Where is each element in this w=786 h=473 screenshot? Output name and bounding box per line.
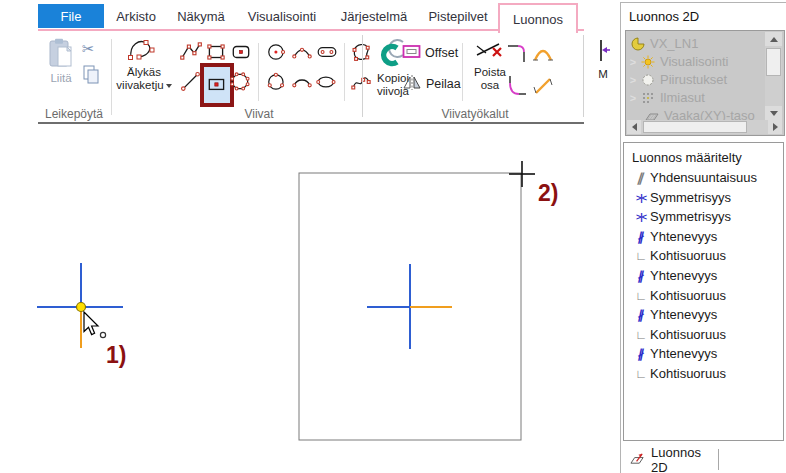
constraint-row[interactable]: >|< Symmetrisyys	[632, 188, 731, 207]
tree-item-visualization[interactable]: > Visualisointi	[626, 53, 762, 70]
trim-label-line1: Poista	[474, 66, 506, 79]
defined-header: Luonnos määritelty	[632, 150, 742, 165]
rectangle-center-tool-button-highlighted[interactable]	[200, 63, 234, 107]
expand-chevron-icon[interactable]: >	[626, 92, 640, 104]
mirror-label: Peilaa	[426, 77, 461, 91]
chamfer-arc-icon	[531, 39, 555, 65]
panel-title: Luonnos 2D	[629, 9, 699, 24]
parallel-icon: ∥	[632, 171, 650, 185]
expand-chevron-icon[interactable]: >	[626, 56, 640, 68]
fillet-tool-button[interactable]	[505, 39, 529, 69]
tab-jarjestelma[interactable]: Järjestelmä	[330, 4, 418, 28]
scroll-right-button[interactable]	[768, 120, 782, 134]
rectangle-center-icon	[206, 74, 228, 96]
constraint-row[interactable]: ∦ Yhtenevyys	[632, 344, 717, 363]
tree-item-part[interactable]: VX_LN1	[626, 35, 762, 52]
constraint-row[interactable]: ∦ Yhtenevyys	[632, 266, 717, 285]
coincident-icon: ∦	[632, 269, 650, 283]
paste-button[interactable]: Liitä	[42, 38, 80, 85]
tree-item-drawings[interactable]: > Piirustukset	[626, 71, 762, 88]
slot-tool-button[interactable]	[316, 41, 338, 67]
constraint-row[interactable]: ∦ Yhtenevyys	[632, 305, 717, 324]
constraint-row[interactable]: ∦ Yhtenevyys	[632, 227, 717, 246]
smart-line-chain-button[interactable]: Älykäs viivaketju	[116, 36, 172, 92]
symmetry-icon: >|<	[632, 193, 650, 203]
scroll-left-icon	[632, 123, 637, 131]
tree-vertical-scrollbar[interactable]	[765, 32, 782, 120]
sketch-panel: Luonnos 2D VX_LN1 > Visualisointi	[620, 2, 786, 473]
copy-button[interactable]	[82, 64, 100, 88]
trim-icon	[475, 39, 505, 66]
tab-file[interactable]: File	[38, 4, 104, 28]
offset-button[interactable]: Offset	[402, 44, 458, 62]
group-separator	[362, 35, 363, 117]
constraints-list: Luonnos määritelty ∥ Yhdensuuntaisuus >|…	[623, 142, 784, 441]
copy-icon	[82, 70, 100, 87]
spline-chain-icon	[125, 36, 163, 66]
line-tool-button[interactable]	[180, 71, 202, 97]
perpendicular-icon: ∟	[632, 328, 650, 342]
cut-button[interactable]: ✂	[82, 40, 95, 58]
mirror-icon	[402, 74, 422, 94]
tree-item-appearances[interactable]: > Ilmiasut	[626, 89, 762, 106]
modify-label-partial: M	[598, 68, 608, 81]
constraint-row[interactable]: ∟ Kohtisuoruus	[632, 364, 726, 383]
coincident-icon: ∦	[632, 230, 650, 244]
rectangle-icon	[205, 41, 227, 63]
polygon-tool-button[interactable]	[230, 71, 252, 97]
scroll-up-button[interactable]	[765, 32, 782, 46]
panel-footer-tab-sketch2d[interactable]: Luonnos 2D	[623, 449, 719, 470]
scroll-down-button[interactable]	[765, 106, 782, 120]
trim-label-line2: osa	[481, 79, 500, 92]
scroll-left-button[interactable]	[627, 120, 641, 134]
arc-3point-tool-button[interactable]	[291, 41, 313, 67]
tab-nakyma[interactable]: Näkymä	[168, 4, 234, 28]
fillet2-icon	[505, 73, 529, 99]
expand-chevron-icon[interactable]: >	[626, 74, 640, 86]
part-icon	[630, 37, 646, 51]
offset-label: Offset	[425, 46, 458, 60]
constraint-row[interactable]: ∟ Kohtisuoruus	[632, 246, 726, 265]
sketch-axes-1[interactable]	[37, 263, 123, 348]
chamfer-line-tool-button[interactable]	[531, 73, 555, 103]
chamfer-arc-tool-button[interactable]	[531, 39, 555, 69]
sketch-canvas[interactable]	[0, 128, 620, 473]
fillet2-tool-button[interactable]	[505, 73, 529, 103]
constraint-row[interactable]: >|< Symmetrisyys	[632, 207, 731, 226]
mirror-button[interactable]: Peilaa	[402, 74, 461, 94]
paste-label: Liitä	[50, 72, 71, 85]
group-separator	[583, 35, 584, 117]
constraint-row[interactable]: ∟ Kohtisuoruus	[632, 325, 726, 344]
arc-tool-button[interactable]	[291, 71, 313, 97]
tab-arkisto[interactable]: Arkisto	[104, 4, 168, 28]
drawings-icon	[640, 73, 656, 87]
ellipse-tool-button[interactable]	[316, 71, 338, 97]
circle-points-tool-button[interactable]	[266, 71, 288, 97]
sketch-axes-2[interactable]	[367, 264, 452, 349]
sketch-point-highlighted[interactable]	[77, 303, 86, 312]
coincident-icon: ∦	[632, 347, 650, 361]
constraint-row[interactable]: ∟ Kohtisuoruus	[632, 286, 726, 305]
circle-center-tool-button[interactable]	[266, 41, 288, 67]
tree-horizontal-scrollbar[interactable]	[627, 120, 782, 134]
line-icon	[180, 71, 202, 93]
group-label-clipboard: Leikepöytä	[38, 107, 110, 121]
vertical-scroll-thumb[interactable]	[766, 48, 781, 76]
scroll-down-icon	[770, 111, 778, 116]
tab-pistepilvet[interactable]: Pistepilvet	[418, 4, 498, 28]
tab-luonnos-active[interactable]: Luonnos	[498, 3, 578, 33]
fillet-icon	[505, 39, 529, 65]
circle-points-icon	[266, 71, 288, 93]
tab-visualisointi[interactable]: Visualisointi	[234, 4, 330, 28]
history-tree: VX_LN1 > Visualisointi > Piirustukset	[625, 30, 785, 136]
mouse-pointer-cursor	[84, 312, 106, 338]
constraint-row[interactable]: ∥ Yhdensuuntaisuus	[632, 168, 757, 187]
polyline-tool-button[interactable]	[180, 41, 202, 67]
ribbon-tab-bar: File Arkisto Näkymä Visualisointi Järjes…	[0, 4, 620, 29]
appearances-icon	[640, 91, 656, 105]
modify-point-button-partial[interactable]: M	[588, 37, 618, 117]
ellipse-icon	[316, 71, 338, 93]
horizontal-scroll-thumb[interactable]	[643, 121, 747, 133]
sketch-plane-icon	[629, 451, 646, 469]
rounded-rectangle-icon	[230, 41, 252, 63]
